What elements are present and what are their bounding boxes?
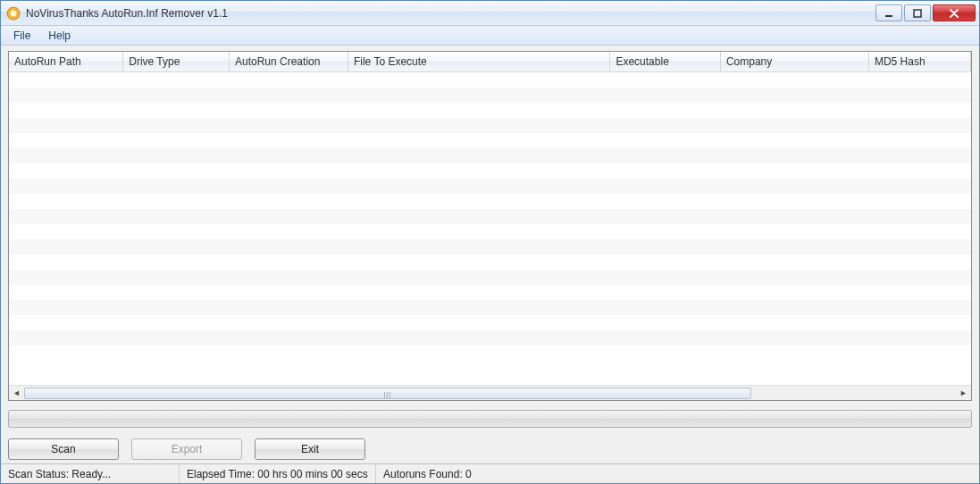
list-row: [9, 239, 971, 255]
scroll-grip-icon: |||: [384, 390, 391, 396]
window-title: NoVirusThanks AutoRun.Inf Remover v1.1: [26, 7, 874, 20]
list-row: [9, 209, 971, 224]
minimize-button[interactable]: [875, 4, 902, 21]
list-row: [9, 179, 971, 194]
list-row: [9, 255, 971, 270]
list-row: [9, 103, 971, 118]
list-header: AutoRun Path Drive Type AutoRun Creation…: [9, 52, 971, 72]
autorun-list: AutoRun Path Drive Type AutoRun Creation…: [8, 51, 972, 401]
list-row: [9, 163, 971, 179]
menu-help[interactable]: Help: [39, 28, 80, 44]
list-row: [9, 300, 971, 315]
horizontal-scrollbar[interactable]: ◄ ||| ►: [9, 385, 971, 400]
list-row: [9, 285, 971, 300]
list-row: [9, 330, 971, 346]
list-body[interactable]: [9, 72, 971, 385]
svg-rect-3: [914, 10, 921, 17]
list-row: [9, 118, 971, 133]
close-button[interactable]: [933, 4, 976, 21]
status-elapsed: Elapsed Time: 00 hrs 00 mins 00 secs: [180, 464, 376, 483]
client-area: AutoRun Path Drive Type AutoRun Creation…: [1, 46, 979, 463]
list-row: [9, 270, 971, 285]
exit-button[interactable]: Exit: [255, 438, 365, 460]
menu-file[interactable]: File: [4, 28, 39, 44]
scroll-right-icon[interactable]: ►: [956, 386, 971, 401]
list-row: [9, 148, 971, 163]
list-row: [9, 194, 971, 209]
svg-point-1: [11, 10, 17, 16]
col-file-to-execute[interactable]: File To Execute: [348, 52, 611, 71]
col-autorun-path[interactable]: AutoRun Path: [9, 52, 123, 71]
statusbar: Scan Status: Ready... Elapsed Time: 00 h…: [1, 463, 979, 483]
scroll-track[interactable]: |||: [24, 386, 956, 400]
scroll-left-icon[interactable]: ◄: [9, 386, 24, 401]
scan-button[interactable]: Scan: [8, 438, 119, 460]
export-button[interactable]: Export: [131, 438, 242, 460]
col-drive-type[interactable]: Drive Type: [123, 52, 230, 71]
progress-bar: [8, 410, 972, 428]
col-company[interactable]: Company: [721, 52, 869, 71]
window-controls: [874, 4, 976, 21]
col-md5-hash[interactable]: MD5 Hash: [869, 52, 971, 71]
menubar: File Help: [1, 26, 979, 46]
titlebar[interactable]: NoVirusThanks AutoRun.Inf Remover v1.1: [1, 1, 979, 26]
app-window: NoVirusThanks AutoRun.Inf Remover v1.1 F…: [0, 0, 980, 484]
col-executable[interactable]: Executable: [610, 52, 721, 71]
scroll-thumb[interactable]: |||: [24, 388, 751, 399]
status-scan: Scan Status: Ready...: [1, 464, 180, 483]
list-row: [9, 88, 971, 103]
button-row: Scan Export Exit: [8, 438, 972, 460]
list-row: [9, 72, 971, 88]
list-row: [9, 133, 971, 148]
maximize-button[interactable]: [904, 4, 931, 21]
svg-rect-2: [885, 15, 892, 17]
status-found: Autoruns Found: 0: [376, 464, 979, 483]
app-icon: [6, 6, 21, 21]
list-row: [9, 224, 971, 239]
list-row: [9, 315, 971, 330]
col-autorun-creation[interactable]: AutoRun Creation: [230, 52, 348, 71]
